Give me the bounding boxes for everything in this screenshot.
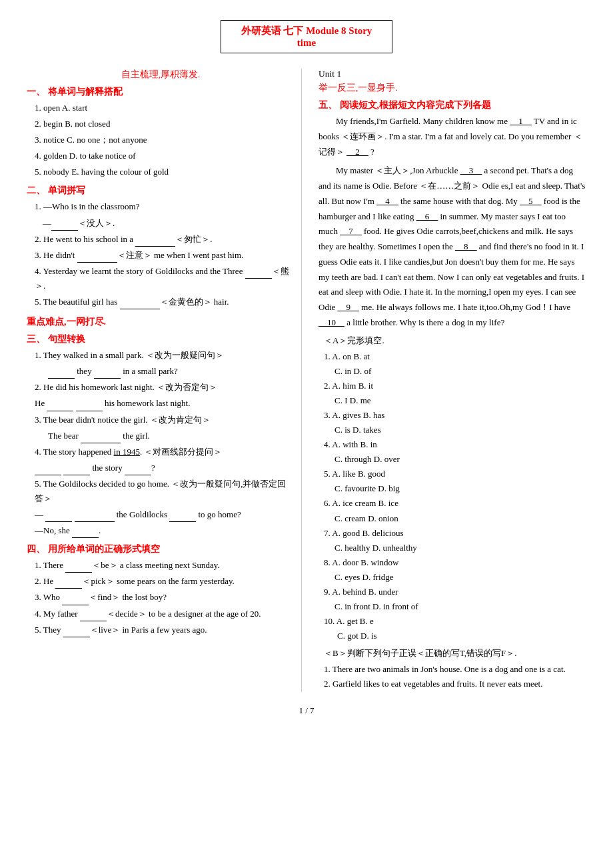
unit-label: Unit 1 xyxy=(318,69,586,79)
list-item: C. cream D. onion xyxy=(334,511,586,526)
list-item: C. through D. over xyxy=(334,452,586,467)
list-item: 4. Yesterday we learnt the story of Gold… xyxy=(35,264,295,293)
list-item: 1. —Who is in the classroom? xyxy=(35,199,295,214)
list-item: 3. He didn't ＜注意＞ me when I went past hi… xyxy=(35,248,295,263)
options-section-A: 1. A. on B. at C. in D. of 2. A. him B. … xyxy=(324,349,586,644)
main-content: 自主梳理,厚积薄发. 一、 将单词与解释搭配 1. open A. start … xyxy=(27,69,586,692)
right-subheader: 举一反三,一显身手. xyxy=(318,82,586,94)
title-box: 外研英语 七下 Module 8 Story time xyxy=(221,20,393,53)
section3-rheader: 重点难点,一网打尽. xyxy=(27,316,295,328)
list-item: 1. open A. start xyxy=(35,101,295,115)
section1-header: 一、 将单词与解释搭配 xyxy=(27,86,295,98)
list-item: — the Goldilocks to go home? xyxy=(35,507,295,522)
partA-label: ＜A＞完形填空. xyxy=(324,335,586,347)
list-item: C. in front D. in front of xyxy=(334,599,586,614)
list-item: 3. notice C. no one；not anyone xyxy=(35,133,295,147)
left-column: 自主梳理,厚积薄发. 一、 将单词与解释搭配 1. open A. start … xyxy=(27,69,302,692)
list-item: C. I D. me xyxy=(334,393,586,408)
section5-header: 五、 阅读短文,根据短文内容完成下列各题 xyxy=(318,99,586,111)
list-item: 6. A. ice cream B. ice xyxy=(324,496,586,511)
list-item: 5. nobody E. having the colour of gold xyxy=(35,165,295,179)
title-text-line2: time xyxy=(241,37,372,49)
list-item: 4. golden D. to take notice of xyxy=(35,149,295,163)
list-item: 1. A. on B. at xyxy=(324,349,586,364)
passage-p1: My friends,I'm Garfield. Many children k… xyxy=(318,114,586,159)
passage-p2: My master ＜主人＞,Jon Arbuckle __3__ a seco… xyxy=(318,163,586,330)
list-item: 5. A. like B. good xyxy=(324,467,586,481)
page-container: 外研英语 七下 Module 8 Story time 自主梳理,厚积薄发. 一… xyxy=(27,20,586,716)
left-subheader: 自主梳理,厚积薄发. xyxy=(27,69,295,81)
list-item: C. is D. takes xyxy=(334,423,586,437)
list-item: 5. The Goldilocks decided to go home. ＜改… xyxy=(35,477,295,506)
list-item: C. eyes D. fridge xyxy=(334,570,586,585)
list-item: 4. The story happened in 1945. ＜对画线部分提问＞ xyxy=(35,445,295,459)
list-item: C. got D. is xyxy=(337,629,586,643)
options-section-B: 1. There are two animals in Jon's house.… xyxy=(324,662,586,691)
partB-label: ＜B＞判断下列句子正误＜正确的写T,错误的写F＞. xyxy=(324,647,586,659)
list-item: 2. Garfield likes to eat vegetables and … xyxy=(324,677,586,691)
list-item: 1. They walked in a small park. ＜改为一般疑问句… xyxy=(35,348,295,363)
list-item: 2. begin B. not closed xyxy=(35,117,295,131)
list-item: —No, she . xyxy=(35,523,295,538)
list-item: they in a small park? xyxy=(48,364,295,379)
list-item: 1. There ＜be＞ a class meeting next Sunda… xyxy=(35,558,295,573)
list-item: C. healthy D. unhealthy xyxy=(334,541,586,555)
list-item: 3. The bear didn't notice the girl. ＜改为肯… xyxy=(35,413,295,427)
list-item: 4. My father ＜decide＞ to be a designer a… xyxy=(35,607,295,621)
list-item: The bear the girl. xyxy=(48,429,295,443)
section4-content: 1. There ＜be＞ a class meeting next Sunda… xyxy=(35,558,295,637)
list-item: 8. A. door B. window xyxy=(324,555,586,570)
section3-content: 1. They walked in a small park. ＜改为一般疑问句… xyxy=(35,348,295,538)
list-item: C. favourite D. big xyxy=(334,481,586,496)
list-item: 5. They ＜live＞ in Paris a few years ago. xyxy=(35,623,295,637)
list-item: 2. A. him B. it xyxy=(324,379,586,393)
list-item: 4. A. with B. in xyxy=(324,437,586,452)
list-item: 2. He did his homework last night. ＜改为否定… xyxy=(35,380,295,395)
list-item: He his homework last night. xyxy=(35,396,295,411)
section4-header: 四、 用所给单词的正确形式填空 xyxy=(27,543,295,555)
list-item: 3. A. gives B. has xyxy=(324,408,586,423)
list-item: C. in D. of xyxy=(334,364,586,379)
page-number: 1 / 7 xyxy=(27,705,586,716)
list-item: 7. A. good B. delicious xyxy=(324,526,586,541)
section2-content: 1. —Who is in the classroom? —＜没人＞. 2. H… xyxy=(35,199,295,309)
list-item: —＜没人＞. xyxy=(43,216,295,231)
list-item: 2. He ＜pick＞ some pears on the farm yest… xyxy=(35,574,295,589)
list-item: 1. There are two animals in Jon's house.… xyxy=(324,662,586,677)
right-column: Unit 1 举一反三,一显身手. 五、 阅读短文,根据短文内容完成下列各题 M… xyxy=(315,69,586,692)
section1-content: 1. open A. start 2. begin B. not closed … xyxy=(35,101,295,179)
title-text: 外研英语 七下 Module 8 Story xyxy=(241,25,372,37)
list-item: 10. A. get B. e xyxy=(324,614,586,629)
list-item: the story ? xyxy=(35,461,295,475)
list-item: 9. A. behind B. under xyxy=(324,585,586,599)
list-item: 2. He went to his school in a ＜匆忙＞. xyxy=(35,232,295,247)
section3-header: 三、 句型转换 xyxy=(27,333,295,345)
section2-header: 二、 单词拼写 xyxy=(27,185,295,197)
list-item: 5. The beautiful girl has ＜金黄色的＞ hair. xyxy=(35,295,295,309)
list-item: 3. Who ＜find＞ the lost boy? xyxy=(35,590,295,605)
